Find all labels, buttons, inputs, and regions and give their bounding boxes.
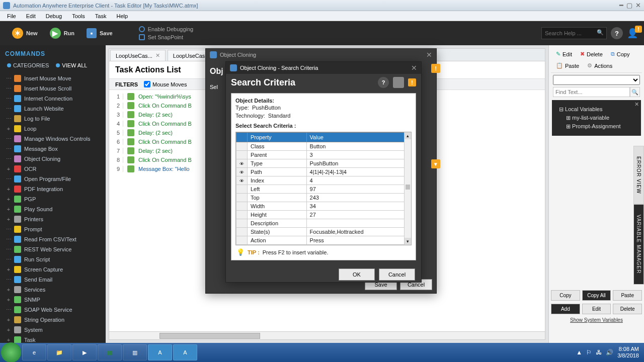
- command-item[interactable]: +OCR: [4, 164, 106, 174]
- expand-icon[interactable]: ⋯: [6, 75, 11, 82]
- table-scrollbar[interactable]: ▴ ▾: [404, 132, 411, 245]
- expand-icon[interactable]: +: [6, 287, 11, 293]
- error-view-tab[interactable]: ERROR VIEW: [633, 146, 644, 204]
- local-variables-node[interactable]: ⊟ Local Variables: [559, 105, 638, 114]
- panel-close-icon[interactable]: ✕: [634, 101, 639, 108]
- taskbar-ie[interactable]: e: [22, 344, 46, 360]
- value-cell[interactable]: Button: [306, 142, 411, 151]
- scrollbar-thumb[interactable]: [159, 333, 260, 339]
- expand-icon[interactable]: +: [6, 216, 11, 222]
- value-cell[interactable]: [306, 219, 411, 228]
- menu-edit[interactable]: Edit: [21, 12, 41, 20]
- tray-network-icon[interactable]: 🖧: [596, 349, 602, 356]
- table-row[interactable]: ClassButton: [236, 142, 411, 151]
- copy-var-button[interactable]: Copy: [551, 290, 580, 301]
- command-item[interactable]: +Task: [4, 335, 106, 343]
- expand-icon[interactable]: +: [6, 266, 11, 273]
- add-var-button[interactable]: Add: [551, 304, 580, 314]
- filter-select[interactable]: [553, 75, 640, 85]
- row-selector[interactable]: [236, 185, 248, 194]
- property-column[interactable]: Property: [248, 133, 307, 142]
- command-item[interactable]: +Loop: [4, 124, 106, 134]
- start-button[interactable]: [1, 342, 21, 362]
- command-item[interactable]: ⋯SOAP Web Service: [4, 305, 106, 315]
- find-search-icon[interactable]: 🔍: [630, 87, 640, 97]
- tray-clock[interactable]: 8:08 AM 3/8/2018: [617, 346, 639, 359]
- minimize-button[interactable]: ━: [619, 2, 623, 9]
- row-selector[interactable]: [236, 142, 248, 151]
- tray-flag-icon[interactable]: ⚐: [586, 349, 592, 356]
- new-button[interactable]: ✶New: [6, 25, 44, 42]
- table-row[interactable]: Height27: [236, 211, 411, 219]
- value-cell[interactable]: 3: [306, 151, 411, 159]
- paste-button[interactable]: 📋Paste: [553, 61, 582, 70]
- paste-var-button[interactable]: Paste: [613, 290, 642, 301]
- show-system-variables-link[interactable]: Show System Variables: [551, 317, 642, 323]
- row-selector[interactable]: [236, 168, 248, 176]
- row-selector[interactable]: [236, 202, 248, 211]
- expand-icon[interactable]: +: [6, 317, 11, 323]
- taskbar-app[interactable]: ▥: [123, 344, 147, 360]
- command-item[interactable]: ⋯Insert Mouse Move: [4, 73, 106, 83]
- command-item[interactable]: ⋯Send Email: [4, 275, 106, 285]
- expand-icon[interactable]: +: [6, 297, 11, 303]
- maximize-button[interactable]: ▢: [626, 2, 632, 9]
- expand-icon[interactable]: ⋯: [6, 146, 11, 152]
- table-row[interactable]: Index4: [236, 176, 411, 185]
- command-item[interactable]: ⋯Prompt: [4, 224, 106, 234]
- table-row[interactable]: Path4|1|4|-2|4|-13|4: [236, 168, 411, 176]
- table-row[interactable]: Top243: [236, 194, 411, 202]
- command-item[interactable]: +Play Sound: [4, 204, 106, 214]
- row-selector[interactable]: [236, 228, 248, 236]
- expand-icon[interactable]: ⋯: [6, 116, 11, 122]
- help-icon[interactable]: ?: [378, 77, 389, 88]
- menu-task[interactable]: Task: [90, 12, 112, 20]
- table-row[interactable]: Left97: [236, 185, 411, 194]
- row-selector[interactable]: [236, 211, 248, 219]
- menu-file[interactable]: File: [2, 12, 21, 20]
- table-row[interactable]: Parent3: [236, 151, 411, 159]
- table-row[interactable]: Width34: [236, 202, 411, 211]
- file-tab[interactable]: LoopUseCas...✕: [110, 50, 166, 61]
- menu-debug[interactable]: Debug: [41, 12, 67, 20]
- dialog-close-button[interactable]: ✕: [411, 64, 417, 72]
- row-selector[interactable]: [236, 194, 248, 202]
- command-item[interactable]: +Services: [4, 285, 106, 295]
- value-cell[interactable]: 97: [306, 185, 411, 194]
- command-item[interactable]: ⋯Launch Website: [4, 104, 106, 114]
- command-item[interactable]: ⋯Log to File: [4, 114, 106, 124]
- expand-icon[interactable]: ⋯: [6, 96, 11, 102]
- expand-icon[interactable]: +: [6, 327, 11, 333]
- command-item[interactable]: ⋯Manage Windows Controls: [4, 134, 106, 144]
- expand-icon[interactable]: ⋯: [6, 85, 11, 92]
- taskbar-explorer[interactable]: 📁: [47, 344, 71, 360]
- edit-var-button[interactable]: Edit: [582, 304, 611, 314]
- help-button[interactable]: ?: [611, 27, 623, 39]
- command-item[interactable]: +System: [4, 325, 106, 335]
- value-cell[interactable]: 4|1|4|-2|4|-13|4: [306, 168, 411, 176]
- value-column[interactable]: Value: [306, 133, 411, 142]
- command-item[interactable]: ⋯Run Script: [4, 254, 106, 264]
- taskbar-aa2[interactable]: A: [173, 344, 197, 360]
- delete-button[interactable]: ✖Delete: [577, 49, 606, 59]
- value-cell[interactable]: 34: [306, 202, 411, 211]
- value-cell[interactable]: 27: [306, 211, 411, 219]
- expand-icon[interactable]: +: [6, 206, 11, 212]
- run-button[interactable]: ▶Run: [44, 25, 80, 42]
- search-icon[interactable]: 🔍: [597, 29, 604, 36]
- menu-help[interactable]: Help: [111, 12, 133, 20]
- mouse-moves-filter[interactable]: Mouse Moves: [144, 81, 187, 87]
- command-item[interactable]: ⋯Internet Connection: [4, 94, 106, 104]
- scrollbar-thumb[interactable]: [406, 185, 410, 190]
- value-cell[interactable]: PushButton: [306, 159, 411, 168]
- expand-icon[interactable]: ⋯: [6, 156, 11, 162]
- command-item[interactable]: +String Operation: [4, 315, 106, 325]
- expand-icon[interactable]: ⋯: [6, 136, 11, 142]
- value-cell[interactable]: Focusable,Hottracked: [306, 228, 411, 236]
- variable-item[interactable]: ⊞ Prompt-Assignment: [559, 122, 638, 131]
- command-item[interactable]: +Screen Capture: [4, 264, 106, 275]
- command-item[interactable]: ⋯Object Cloning: [4, 154, 106, 164]
- scroll-down-icon[interactable]: ▾: [405, 238, 411, 245]
- expand-icon[interactable]: +: [6, 166, 11, 172]
- user-icon[interactable]: [393, 77, 404, 88]
